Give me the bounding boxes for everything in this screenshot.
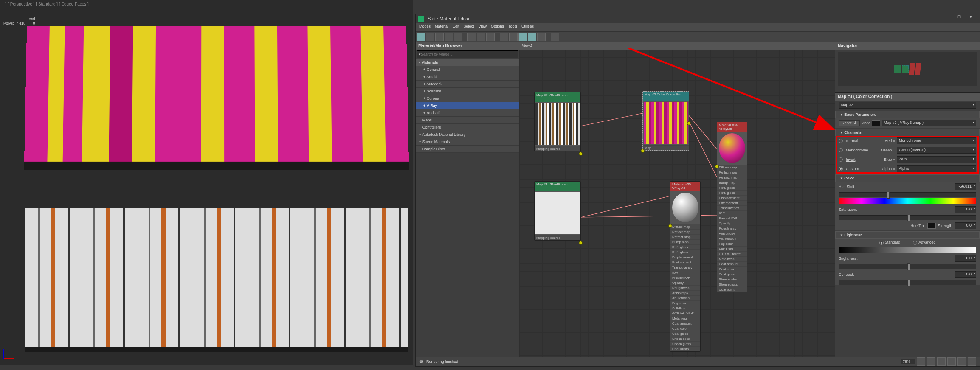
node-input-socket[interactable]: Self-Illum <box>670 306 700 311</box>
saturation-slider[interactable] <box>839 215 976 220</box>
node-input-socket[interactable]: Displacement <box>670 255 700 260</box>
radio-monochrome[interactable] <box>839 148 843 152</box>
browser-item[interactable]: + Maps <box>416 117 519 124</box>
node-input-socket[interactable]: IOR <box>717 210 747 216</box>
nav-pan-icon[interactable] <box>917 357 925 366</box>
node-input-socket[interactable]: Refl. gloss <box>717 185 747 190</box>
node-input-socket[interactable]: Fresnel IOR <box>670 275 700 280</box>
tool-preview[interactable] <box>518 33 527 41</box>
view-tab[interactable]: View1 <box>519 42 835 50</box>
node-input-socket[interactable]: Opacity <box>670 280 700 285</box>
tool-assign[interactable] <box>435 33 444 41</box>
node-input-socket[interactable]: GTR tail falloff <box>717 251 747 256</box>
axis-gizmo-icon[interactable] <box>3 346 16 359</box>
viewport-object-top[interactable] <box>24 26 409 170</box>
node-input-socket[interactable]: Coat bump <box>670 346 700 351</box>
node-input-socket[interactable]: Sheen gloss <box>670 341 700 346</box>
map-swatch[interactable] <box>872 120 880 126</box>
red-channel-dropdown[interactable]: Monochrome <box>897 137 976 144</box>
node-input-socket[interactable]: GTR tail falloff <box>670 311 700 316</box>
tool-pick[interactable] <box>417 33 425 41</box>
browser-item[interactable]: + V-Ray <box>416 102 519 109</box>
node-input-socket[interactable]: Opacity <box>717 221 747 226</box>
node-input-socket[interactable]: An. rotation <box>670 295 700 300</box>
radio-invert[interactable] <box>839 157 843 162</box>
tool-grid[interactable] <box>528 33 536 41</box>
node-input-socket[interactable]: Metalness <box>670 316 700 321</box>
viewport-label[interactable]: + ] [ Perspective ] [ Standard ] [ Edged… <box>2 2 89 6</box>
node-input-socket[interactable]: Diffuse map <box>717 165 747 170</box>
browser-search[interactable]: ▾ <box>417 50 518 58</box>
node-input-socket[interactable]: Coat gloss <box>670 331 700 336</box>
maximize-button[interactable]: ☐ <box>953 15 965 22</box>
brightness-slider[interactable] <box>839 264 976 269</box>
node-input-socket[interactable]: Anisotropy <box>717 231 747 236</box>
browser-item[interactable]: + Scene Materials <box>416 138 519 146</box>
node-input-socket[interactable]: Anisotropy <box>670 290 700 295</box>
browser-item[interactable]: + Redshift <box>416 109 519 117</box>
nav-zoom-icon[interactable] <box>927 357 935 366</box>
node-input-socket[interactable]: Translucency <box>670 265 700 270</box>
nav-extents-icon[interactable] <box>937 357 946 366</box>
radio-custom[interactable] <box>839 167 843 171</box>
node-input-socket[interactable]: Refract map <box>717 175 747 180</box>
saturation-spinner[interactable]: 0,0 <box>955 206 976 213</box>
node-input-socket[interactable]: Coat bump <box>717 287 747 292</box>
browser-item[interactable]: + Sample Slots <box>416 146 519 153</box>
node-input-socket[interactable]: Refr. gloss <box>717 190 747 195</box>
contrast-slider[interactable] <box>839 280 976 285</box>
node-input-socket[interactable]: Coat amount <box>717 261 747 266</box>
menu-select[interactable]: Select <box>464 24 474 31</box>
tool-delete[interactable] <box>445 33 453 41</box>
node-input-socket[interactable]: Refract map <box>670 234 700 239</box>
tool-pick-mat[interactable] <box>551 33 559 41</box>
node-mat35-header[interactable]: Material #35 VRayMtl <box>670 182 700 191</box>
close-button[interactable]: ✕ <box>965 15 977 22</box>
menu-tools[interactable]: Tools <box>508 24 517 31</box>
tool-render[interactable] <box>537 33 546 41</box>
tool-bg[interactable] <box>509 33 518 41</box>
green-channel-dropdown[interactable]: Green (Inverse) <box>897 147 976 154</box>
node-input-socket[interactable]: Bump map <box>670 239 700 244</box>
hue-tint-swatch[interactable] <box>927 223 936 229</box>
node-input-socket[interactable]: Diffuse map <box>670 224 700 229</box>
nav-pan-view-icon[interactable] <box>968 357 976 366</box>
node-input-socket[interactable]: Roughness <box>717 226 747 231</box>
node-map1-output[interactable]: Mapping source <box>535 235 580 240</box>
node-input-socket[interactable]: Refl. gloss <box>670 244 700 249</box>
node-input-socket[interactable]: Translucency <box>717 205 747 210</box>
reset-all-button[interactable]: Reset All <box>839 120 860 126</box>
tool-layout-v[interactable] <box>477 33 485 41</box>
hue-shift-slider[interactable] <box>839 192 976 197</box>
node-input-socket[interactable]: Sheen gloss <box>717 282 747 287</box>
node-graph-canvas[interactable]: Map #2 VRayBitmap Mapping source Map #3 … <box>519 50 835 357</box>
node-input-socket[interactable]: Metalness <box>717 256 747 261</box>
slate-titlebar[interactable]: Slate Material Editor ─ ☐ ✕ <box>416 14 980 23</box>
radio-advanced[interactable] <box>913 241 917 245</box>
node-map3-input[interactable]: Map <box>643 145 689 150</box>
node-map2-header[interactable]: Map #2 VRayBitmap <box>535 92 580 102</box>
menu-modes[interactable]: Modes <box>419 24 431 31</box>
blue-channel-dropdown[interactable]: Zero <box>897 156 976 163</box>
viewport-object-bottom[interactable] <box>25 208 408 352</box>
node-input-socket[interactable]: Coat amount <box>670 321 700 326</box>
navigator-minimap[interactable] <box>838 52 977 86</box>
node-input-socket[interactable]: Displacement <box>717 195 747 200</box>
tool-sample[interactable] <box>426 33 434 41</box>
node-map3[interactable]: Map #3 Color Correction Map <box>642 91 689 151</box>
menu-utilities[interactable]: Utilities <box>521 24 534 31</box>
node-input-socket[interactable]: Reflect map <box>670 229 700 234</box>
tool-layout-h[interactable] <box>467 33 476 41</box>
browser-item[interactable]: + Scanline <box>416 88 519 95</box>
node-mat34[interactable]: Material #34 VRayMtl Diffuse mapReflect … <box>717 122 747 292</box>
node-input-socket[interactable]: Roughness <box>670 285 700 290</box>
node-input-socket[interactable]: Reflect map <box>717 170 747 175</box>
search-input[interactable] <box>421 52 516 56</box>
rollout-lightness[interactable]: Lightness <box>835 231 980 239</box>
nav-region-icon[interactable] <box>947 357 956 366</box>
node-input-socket[interactable]: Fog color <box>717 241 747 246</box>
node-input-socket[interactable]: Fog color <box>670 300 700 306</box>
menu-material[interactable]: Material <box>435 24 448 31</box>
node-input-socket[interactable]: Environment <box>717 200 747 205</box>
node-input-socket[interactable]: Coat color <box>670 326 700 331</box>
